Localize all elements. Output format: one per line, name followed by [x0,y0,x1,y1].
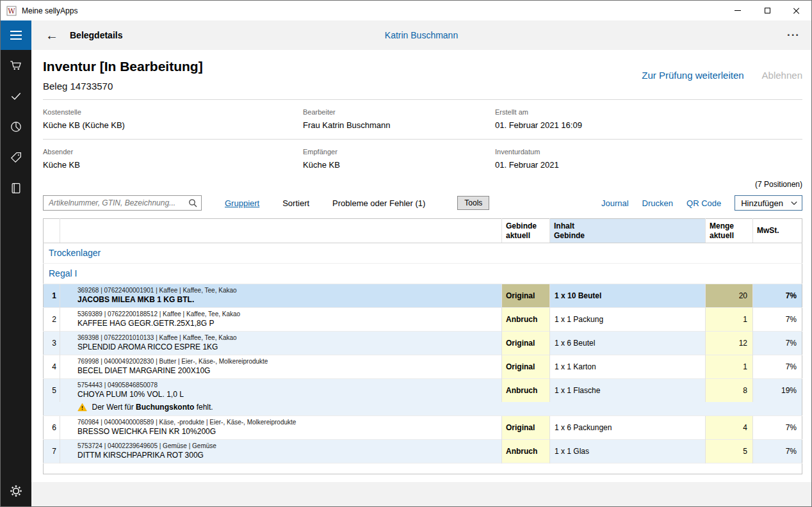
header-menge-aktuell[interactable]: Mengeaktuell [706,219,753,243]
hamburger-icon [10,31,22,32]
sidebar [1,20,31,506]
mwst-cell: 19% [753,379,802,403]
qr-code-link[interactable]: QR Code [686,198,721,208]
titlebar: W Meine sellyApps [1,1,811,20]
menge-cell[interactable]: 12 [706,332,753,355]
content-area: Inventur [In Bearbeitung] Beleg 14733570… [31,50,811,482]
article-meta: 369398 | 07622201010133 | Kaffee | Kaffe… [77,334,499,341]
menge-cell[interactable]: 1 [706,355,753,379]
warning-text: Der Wert für Buchungskonto fehlt. [92,403,213,412]
article-meta: 5753724 | 04002239649605 | Gemüse | Gemü… [77,442,499,449]
article-name: KAFFEE HAG GEGR.GETR.25X1,8G P [77,319,499,328]
gebinde-cell[interactable]: Original [502,416,550,440]
header-mwst[interactable]: MwSt. [753,219,802,243]
sidebar-item-settings[interactable] [1,476,31,506]
menge-cell[interactable]: 1 [706,308,753,332]
close-button[interactable] [782,1,811,20]
group-row-regal[interactable]: Regal I [44,264,802,284]
table-row[interactable]: 7 5753724 | 04002239649605 | Gemüse | Ge… [44,440,802,463]
sidebar-item-offers[interactable] [1,142,31,173]
mwst-cell: 7% [753,440,802,463]
filter-problems[interactable]: Probleme oder Fehler (1) [332,198,425,208]
gebinde-cell[interactable]: Anbruch [502,379,550,403]
gebinde-cell[interactable]: Anbruch [502,308,550,332]
table-row[interactable]: 6 760984 | 04000400008589 | Käse, -produ… [44,416,802,440]
more-button[interactable]: ··· [787,29,800,42]
header-inhalt-gebinde[interactable]: InhaltGebinde [550,219,706,243]
field-label: Empfänger [303,148,495,156]
inhalt-cell[interactable]: 1 x 1 Flasche [550,379,706,403]
tools-button[interactable]: Tools [457,196,489,210]
menge-cell[interactable]: 4 [706,416,753,440]
beleg-number: Beleg 14733570 [43,81,203,92]
page-title: Belegdetails [70,30,122,40]
search-input[interactable] [43,195,202,211]
print-link[interactable]: Drucken [642,198,673,208]
positions-count: (7 Positionen) [43,180,802,189]
menge-cell[interactable]: 20 [706,284,753,308]
header-gebinde-aktuell[interactable]: Gebindeaktuell [502,219,550,243]
header-row-number [44,219,60,243]
gebinde-cell[interactable]: Original [502,355,550,379]
field-bearbeiter: Bearbeiter Frau Katrin Buschmann [303,108,495,130]
sidebar-item-tasks[interactable] [1,81,31,111]
inhalt-cell[interactable]: 1 x 10 Beutel [550,284,706,308]
inhalt-cell[interactable]: 1 x 6 Packungen [550,416,706,440]
warning-row: Der Wert für Buchungskonto fehlt. [44,402,802,416]
table-row[interactable]: 5 5754443 | 04905846850078 CHOYA PLUM 10… [44,379,802,403]
minimize-icon [735,10,741,11]
maximize-button[interactable] [752,1,782,20]
menu-button[interactable] [1,20,31,50]
filter-sorted[interactable]: Sortiert [282,198,309,208]
article-meta: 5754443 | 04905846850078 [77,382,499,389]
field-absender: Absender Küche KB [43,148,303,170]
table-header-row: Gebindeaktuell InhaltGebinde Mengeaktuel… [44,219,802,243]
back-button[interactable]: ← [45,29,58,42]
sidebar-item-statistics[interactable] [1,111,31,142]
gebinde-cell[interactable]: Original [502,332,550,355]
search-icon[interactable] [188,198,198,208]
journal-link[interactable]: Journal [601,198,629,208]
menge-cell[interactable]: 8 [706,379,753,403]
inhalt-cell[interactable]: 1 x 1 Glas [550,440,706,463]
field-label: Erstellt am [495,108,802,116]
inhalt-cell[interactable]: 1 x 6 Beutel [550,332,706,355]
close-icon [793,7,800,15]
mwst-cell: 7% [753,284,802,308]
positions-table: Gebindeaktuell InhaltGebinde Mengeaktuel… [43,218,802,474]
field-label: Absender [43,148,303,156]
forward-for-review-button[interactable]: Zur Prüfung weiterleiten [642,70,743,81]
article-meta: 760984 | 04000400008589 | Käse, -produkt… [77,419,499,426]
app-window: W Meine sellyApps [0,0,812,507]
table-row[interactable]: 4 769998 | 04000492002830 | Butter | Eie… [44,355,802,379]
cart-icon [10,59,22,72]
user-name[interactable]: Katrin Buschmann [385,30,458,40]
add-dropdown[interactable]: Hinzufügen [735,195,802,211]
field-value: 01. Februar 2021 16:09 [495,120,802,130]
field-kostenstelle: Kostenstelle Küche KB (Küche KB) [43,108,303,130]
sidebar-item-cart[interactable] [1,50,31,81]
reject-button[interactable]: Ablehnen [762,70,802,81]
gebinde-cell[interactable]: Anbruch [502,440,550,463]
row-number: 2 [44,308,60,332]
table-row[interactable]: 2 5369389 | 07622200188512 | Kaffee | Ka… [44,308,802,332]
inhalt-cell[interactable]: 1 x 1 Karton [550,355,706,379]
header-description [60,219,502,243]
article-meta: 5369389 | 07622200188512 | Kaffee | Kaff… [77,310,499,318]
article-name: CHOYA PLUM 10% VOL. 1,0 L [77,390,499,399]
sidebar-item-catalog[interactable] [1,173,31,204]
minimize-button[interactable] [723,1,752,20]
field-value: Frau Katrin Buschmann [303,120,495,130]
field-erstellt-am: Erstellt am 01. Februar 2021 16:09 [495,108,802,130]
field-value: Küche KB [303,160,495,170]
menge-cell[interactable]: 5 [706,440,753,463]
table-row[interactable]: 3 369398 | 07622201010133 | Kaffee | Kaf… [44,332,802,355]
group-row-trockenlager[interactable]: Trockenlager [44,243,802,264]
table-row[interactable]: 1 369268 | 07622400001901 | Kaffee | Kaf… [44,284,802,308]
window-title: Meine sellyApps [22,6,77,15]
gebinde-cell[interactable]: Original [502,284,550,308]
bottom-bar [31,482,811,506]
document-title: Inventur [In Bearbeitung] [43,59,203,74]
filter-grouped[interactable]: Gruppiert [225,198,259,208]
inhalt-cell[interactable]: 1 x 1 Packung [550,308,706,332]
